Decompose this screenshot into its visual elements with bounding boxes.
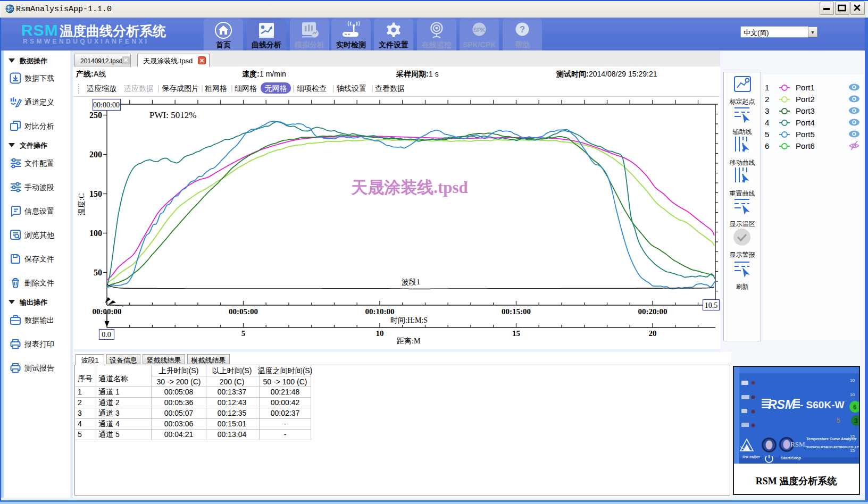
svg-text:通道 4: 通道 4 [98, 419, 120, 428]
svg-text:00:00:00: 00:00:00 [93, 101, 120, 109]
svg-text:Port6: Port6 [796, 141, 815, 150]
svg-text:00:21:48: 00:21:48 [271, 388, 300, 396]
svg-text:通道 3: 通道 3 [98, 409, 120, 417]
svg-text:4: 4 [765, 118, 769, 127]
svg-text:5: 5 [241, 329, 246, 338]
svg-text:10: 10 [850, 392, 855, 397]
svg-text:RsLeaDer: RsLeaDer [742, 455, 760, 459]
svg-text:00:05:08: 00:05:08 [164, 388, 194, 396]
svg-text:SUZHOU RSM ELECTRON CO.,LTD: SUZHOU RSM ELECTRON CO.,LTD [806, 445, 859, 449]
svg-text:6: 6 [765, 141, 769, 150]
svg-text:3: 3 [78, 409, 82, 417]
svg-text:100: 100 [89, 229, 102, 238]
svg-text:50: 50 [94, 268, 102, 277]
svg-text:通道名称: 通道名称 [98, 374, 128, 383]
svg-text:00:20:00: 00:20:00 [638, 307, 667, 316]
svg-text:Port2: Port2 [796, 95, 815, 104]
svg-text:00:05:07: 00:05:07 [164, 409, 194, 417]
svg-text:5: 5 [78, 430, 82, 439]
svg-text:50 -> 100 (C): 50 -> 100 (C) [263, 377, 307, 386]
svg-text:-: - [284, 419, 287, 428]
svg-text:上升时间(S): 上升时间(S) [159, 366, 199, 375]
svg-text:15: 15 [850, 448, 855, 453]
svg-text:通道 2: 通道 2 [98, 398, 120, 407]
svg-text:Port5: Port5 [796, 130, 815, 139]
svg-text:0.0: 0.0 [102, 331, 111, 339]
svg-text:00:15:00: 00:15:00 [502, 307, 531, 316]
svg-text:00:10:00: 00:10:00 [365, 307, 395, 316]
svg-text:200 (C): 200 (C) [220, 377, 245, 386]
svg-text:00:05:36: 00:05:36 [164, 398, 194, 407]
svg-text:00:00:42: 00:00:42 [271, 398, 300, 407]
svg-text:PWI: 5012%: PWI: 5012% [149, 110, 196, 120]
svg-text:00:13:04: 00:13:04 [218, 430, 247, 439]
svg-text:2: 2 [78, 398, 82, 407]
svg-text:RSM.: RSM. [790, 440, 807, 448]
svg-text:距离:M: 距离:M [397, 337, 421, 345]
svg-text:5: 5 [765, 130, 769, 139]
svg-text:Temperature Curve Analyzer: Temperature Curve Analyzer [806, 437, 857, 441]
svg-text:200: 200 [89, 150, 102, 159]
svg-text:序号: 序号 [78, 374, 93, 383]
svg-text:5: 5 [837, 417, 840, 424]
svg-text:2: 2 [765, 95, 769, 104]
svg-text:15: 15 [512, 329, 520, 338]
svg-text:00:04:21: 00:04:21 [164, 430, 194, 439]
svg-text:30 -> 200 (C): 30 -> 200 (C) [157, 377, 201, 386]
svg-text:20: 20 [649, 329, 657, 338]
svg-text:Port1: Port1 [796, 83, 815, 92]
svg-text:00:05:00: 00:05:00 [229, 307, 258, 316]
svg-text:4: 4 [78, 419, 82, 428]
svg-text:150: 150 [89, 189, 102, 198]
svg-text:Start/Stop: Start/Stop [781, 456, 801, 460]
svg-text:Port4: Port4 [796, 118, 815, 127]
svg-text:6: 6 [853, 404, 857, 411]
svg-text:天晟涂装线.tpsd: 天晟涂装线.tpsd [350, 178, 468, 197]
svg-text:RSM 温度分析系统: RSM 温度分析系统 [756, 476, 837, 486]
svg-text:10.5: 10.5 [705, 301, 718, 309]
svg-text:250: 250 [89, 111, 102, 120]
svg-text:Port3: Port3 [796, 106, 815, 115]
svg-text:时间:H:M:S: 时间:H:M:S [390, 316, 428, 324]
svg-text:以上时间(S): 以上时间(S) [212, 366, 252, 375]
svg-text:3: 3 [854, 417, 858, 425]
svg-text:-: - [284, 430, 287, 439]
svg-text:温度之间时间(S): 温度之间时间(S) [257, 366, 313, 375]
svg-text:波段1: 波段1 [402, 278, 420, 286]
svg-text:1: 1 [78, 388, 82, 396]
svg-text:00:12:35: 00:12:35 [218, 409, 247, 417]
svg-text:RSM: RSM [768, 398, 796, 411]
svg-text:10: 10 [376, 329, 384, 338]
svg-text:00:03:06: 00:03:06 [164, 419, 194, 428]
svg-text:温度:C: 温度:C [77, 194, 86, 216]
svg-text:3: 3 [765, 106, 769, 115]
svg-text:00:15:01: 00:15:01 [218, 419, 247, 428]
svg-text:00:02:37: 00:02:37 [271, 409, 300, 417]
svg-text:通道 1: 通道 1 [98, 388, 120, 396]
svg-text:10: 10 [850, 378, 855, 383]
svg-text:- S60K-W: - S60K-W [800, 399, 844, 410]
svg-text:1: 1 [765, 83, 769, 92]
svg-text:00:12:43: 00:12:43 [218, 398, 247, 407]
svg-text:00:13:37: 00:13:37 [218, 388, 247, 396]
svg-text:通道 5: 通道 5 [98, 430, 120, 439]
